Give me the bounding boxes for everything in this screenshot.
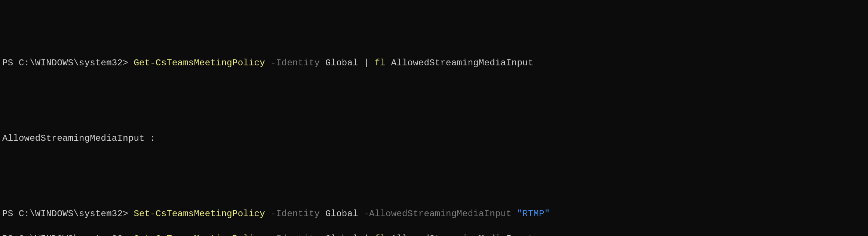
property-name: AllowedStreamingMediaInput — [391, 58, 534, 68]
param-identity: -Identity — [265, 209, 320, 219]
arg-global: Global — [320, 234, 364, 236]
output-line-1: AllowedStreamingMediaInput : — [2, 132, 866, 145]
format-list: fl — [369, 234, 391, 236]
cmdlet-get: Get-CsTeamsMeetingPolicy — [134, 58, 265, 68]
blank-line — [2, 82, 866, 95]
format-list: fl — [369, 58, 391, 68]
string-rtmp: "RTMP" — [517, 209, 550, 219]
param-identity: -Identity — [265, 58, 320, 68]
prompt: PS C:\WINDOWS\system32> — [2, 234, 134, 236]
blank-line — [2, 182, 866, 195]
terminal-line-1: PS C:\WINDOWS\system32> Get-CsTeamsMeeti… — [2, 57, 866, 69]
blank-line — [2, 107, 866, 120]
param-identity: -Identity — [265, 234, 320, 236]
property-name: AllowedStreamingMediaInput — [391, 234, 534, 236]
cmdlet-set: Set-CsTeamsMeetingPolicy — [134, 209, 265, 219]
cmdlet-get: Get-CsTeamsMeetingPolicy — [134, 234, 265, 236]
prompt: PS C:\WINDOWS\system32> — [2, 58, 134, 68]
pipe-symbol: | — [364, 58, 369, 68]
param-allowed-streaming: -AllowedStreamingMediaInput — [358, 209, 517, 219]
pipe-symbol: | — [364, 234, 369, 236]
arg-global: Global — [320, 209, 358, 219]
terminal-line-2: PS C:\WINDOWS\system32> Set-CsTeamsMeeti… — [2, 208, 866, 220]
prompt: PS C:\WINDOWS\system32> — [2, 209, 134, 219]
terminal-line-3: PS C:\WINDOWS\system32> Get-CsTeamsMeeti… — [2, 233, 866, 236]
arg-global: Global — [320, 58, 364, 68]
blank-line — [2, 157, 866, 170]
